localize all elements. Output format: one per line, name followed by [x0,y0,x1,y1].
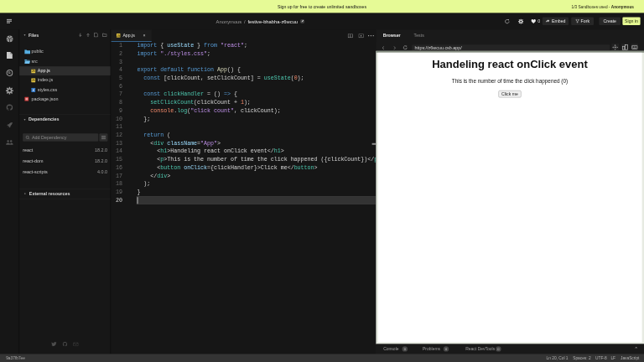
svg-text:JS: JS [117,34,120,38]
svg-text:#: # [33,89,34,92]
svg-text:JS: JS [32,79,35,82]
svg-text:JS: JS [32,70,35,73]
